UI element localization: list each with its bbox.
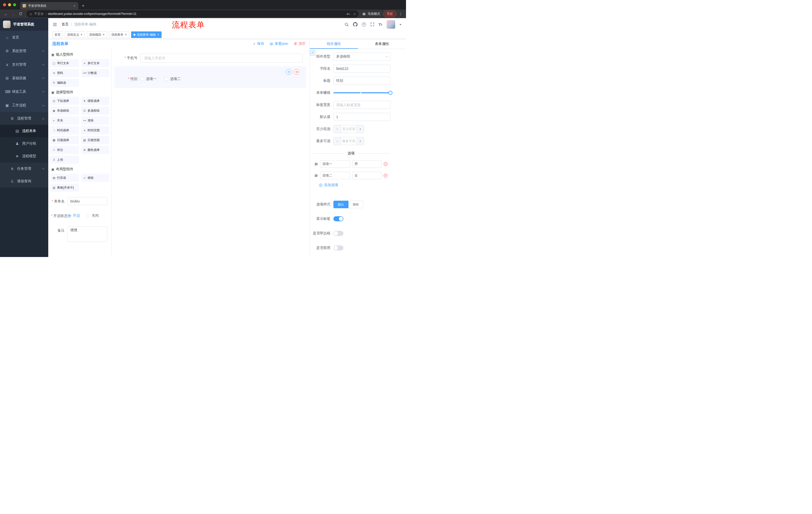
new-tab-button[interactable]: + <box>82 3 84 8</box>
tag-process-model[interactable]: 流程模型 × <box>87 31 107 38</box>
component-chip-counter[interactable]: 123计数器 <box>81 69 110 77</box>
status-radio-off[interactable]: 关闭 <box>86 214 99 218</box>
component-chip-checkbox-group[interactable]: ☑多选框组 <box>81 107 110 115</box>
option-value-input[interactable] <box>352 172 381 179</box>
hamburger-button[interactable] <box>53 22 57 27</box>
grid-slider[interactable] <box>334 89 390 97</box>
drag-handle-icon[interactable] <box>314 174 318 178</box>
avatar-caret-icon[interactable] <box>400 24 402 26</box>
component-chip-single-line-text[interactable]: ▢单行文本 <box>51 59 79 67</box>
form-remark-textarea[interactable]: 嘿嘿 <box>67 226 107 242</box>
title-input[interactable] <box>334 77 390 85</box>
show-label-toggle[interactable] <box>334 216 343 221</box>
style-default-button[interactable]: 默认 <box>334 201 348 208</box>
update-button[interactable]: 更新 <box>383 10 397 17</box>
avatar[interactable] <box>387 20 395 29</box>
sidebar-item-system[interactable]: ⚙ 系统管理 <box>0 44 48 58</box>
border-toggle[interactable] <box>334 231 343 236</box>
browser-tab[interactable]: 芋道管理系统 × <box>20 2 78 9</box>
breadcrumb-home[interactable]: 首页 <box>62 22 68 27</box>
tag-home[interactable]: 首页 <box>52 31 63 38</box>
browser-menu-icon[interactable]: ⋮ <box>397 12 404 16</box>
drag-handle-icon[interactable] <box>314 162 318 166</box>
min-select-value[interactable]: 至少应选 <box>341 125 356 133</box>
increase-icon[interactable]: + <box>356 137 364 145</box>
component-chip-select[interactable]: ◎下拉选择 <box>51 97 79 105</box>
component-chip-row-container[interactable]: ▤行容器 <box>51 174 79 182</box>
component-chip-rate[interactable]: ☆评分 <box>51 146 79 154</box>
component-chip-switch[interactable]: ◐开关 <box>51 116 79 125</box>
component-chip-color-picker[interactable]: ⊛颜色选择 <box>81 146 110 154</box>
minimize-window-button[interactable] <box>8 3 11 6</box>
forward-button[interactable]: → <box>10 10 17 17</box>
gender-option-1[interactable]: 选项一 <box>140 77 156 81</box>
component-chip-time-range[interactable]: ◕时间范围 <box>81 126 110 134</box>
sidebar-item-workflow[interactable]: ▣ 工作流程 <box>0 99 48 112</box>
decrease-icon[interactable]: − <box>334 125 341 133</box>
add-option-button[interactable]: 添加选项 <box>312 183 390 187</box>
clear-button[interactable]: 清空 <box>294 42 306 46</box>
sidebar-item-process-form[interactable]: ▤ 流程表单 <box>0 125 48 137</box>
link-icon[interactable] <box>310 50 315 56</box>
option-label-input[interactable] <box>320 160 350 168</box>
tag-close-icon[interactable]: × <box>80 33 83 36</box>
tag-process-definition[interactable]: 流程定义 × <box>65 31 85 38</box>
sidebar-item-devtools[interactable]: ⌨ 研发工具 <box>0 85 48 99</box>
tag-close-icon[interactable]: × <box>125 33 127 36</box>
component-chip-radio-group[interactable]: ◉单选框组 <box>51 107 79 115</box>
label-width-input[interactable] <box>334 101 390 109</box>
github-icon[interactable] <box>353 22 357 27</box>
sidebar-item-infrastructure[interactable]: ⊞ 基础设施 <box>0 72 48 85</box>
search-icon[interactable] <box>344 22 349 27</box>
status-radio-on[interactable]: 开启 <box>67 214 80 218</box>
disabled-toggle[interactable] <box>334 245 343 250</box>
security-label[interactable]: 不安全 <box>34 12 44 16</box>
checkbox-icon[interactable] <box>140 77 144 81</box>
component-chip-cascader[interactable]: ⋔级联选择 <box>81 97 110 105</box>
fullscreen-icon[interactable] <box>370 22 374 26</box>
password-key-icon[interactable] <box>346 12 350 16</box>
tab-close-icon[interactable]: × <box>73 4 76 8</box>
phone-input[interactable] <box>140 54 303 63</box>
component-chip-time-picker[interactable]: ◔时间选择 <box>51 126 79 134</box>
address-bar[interactable]: ⚠ 不安全 dashboard.yudao.iocoder.cn/bpm/man… <box>26 10 358 17</box>
canvas-field-phone[interactable]: 手机号 <box>114 54 306 63</box>
field-name-input[interactable] <box>334 64 390 73</box>
tab-component-props[interactable]: 组件属性 <box>310 39 358 49</box>
checkbox-icon[interactable] <box>165 77 168 81</box>
sidebar-item-task-management[interactable]: ⋔ 任务管理 <box>0 162 48 175</box>
canvas-field-gender-selected[interactable]: 性别 选项一 选项二 <box>114 66 306 88</box>
component-chip-textarea[interactable]: ≡多行文本 <box>81 59 110 67</box>
style-button-button[interactable]: 按钮 <box>348 201 363 208</box>
form-name-input[interactable] <box>67 197 107 205</box>
component-chip-slider[interactable]: ⊶滑块 <box>81 116 110 125</box>
copy-field-button[interactable] <box>286 69 291 75</box>
view-json-button[interactable]: 查看json <box>269 42 288 46</box>
tab-form-props[interactable]: 表单属性 <box>358 39 406 49</box>
tag-close-icon[interactable]: × <box>157 33 159 36</box>
back-button[interactable]: ← <box>2 10 9 17</box>
sidebar-item-user-group[interactable]: ♟ 用户分组 <box>0 137 48 150</box>
decrease-icon[interactable]: − <box>334 137 341 145</box>
sidebar-item-home[interactable]: ⌂ 首页 <box>0 31 48 44</box>
reload-button[interactable] <box>17 10 24 17</box>
component-chip-password[interactable]: ⊙密码 <box>51 69 79 77</box>
close-window-button[interactable] <box>3 3 6 6</box>
component-chip-editor[interactable]: ✎编辑器 <box>51 79 79 87</box>
sidebar-item-process-model[interactable]: ➤ 流程模型 <box>0 150 48 162</box>
option-value-input[interactable] <box>352 160 381 168</box>
component-chip-upload[interactable]: ↥上传 <box>51 156 79 164</box>
sidebar-item-leave-query[interactable]: ♙ 请假查询 <box>0 175 48 188</box>
bookmark-star-icon[interactable]: ☆ <box>353 12 356 16</box>
component-chip-date-picker[interactable]: ▦日期选择 <box>51 136 79 144</box>
default-value-input[interactable] <box>334 113 390 121</box>
increase-icon[interactable]: + <box>356 125 364 133</box>
remove-option-icon[interactable] <box>383 173 388 178</box>
component-chip-button[interactable]: ▱按钮 <box>81 174 110 182</box>
font-size-icon[interactable]: TT <box>379 23 382 26</box>
tag-close-icon[interactable]: × <box>103 33 105 36</box>
component-chip-date-range[interactable]: ▧日期范围 <box>81 136 110 144</box>
max-select-value[interactable]: 最多可选 <box>341 137 356 145</box>
max-select-stepper[interactable]: − 最多可选 + <box>334 137 364 145</box>
tag-process-form-edit[interactable]: 流程表单-编辑 × <box>131 31 162 38</box>
